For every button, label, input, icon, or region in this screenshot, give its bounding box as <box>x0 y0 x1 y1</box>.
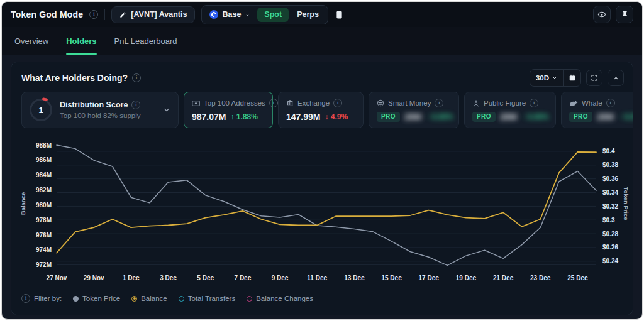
market-selector-group: Base Spot Perps <box>201 5 328 24</box>
info-icon[interactable]: i <box>131 101 140 109</box>
range-selector-label: 30D <box>536 74 549 82</box>
token-selector[interactable]: [AVNT] Avantis <box>111 6 195 23</box>
fullscreen-icon <box>591 74 598 82</box>
card-value: 987.07M <box>192 112 226 122</box>
svg-text:984M: 984M <box>36 171 52 178</box>
info-icon[interactable]: i <box>435 99 443 107</box>
svg-text:$0.26: $0.26 <box>602 244 618 251</box>
masked-change: ↑ 8.88% <box>521 112 548 121</box>
svg-text:29 Nov: 29 Nov <box>84 275 104 281</box>
token-god-mode-app: Token God Mode i [AVNT] Avantis Base Spo… <box>1 1 643 320</box>
eye-button[interactable] <box>593 6 611 23</box>
info-icon[interactable]: i <box>333 99 342 107</box>
svg-text:1 Dec: 1 Dec <box>123 275 140 281</box>
svg-text:976M: 976M <box>36 232 52 239</box>
svg-text:3 Dec: 3 Dec <box>160 275 177 281</box>
section-tabs: Overview Holders PnL Leaderboard <box>2 27 642 55</box>
legend-label: Total Transfers <box>188 295 235 302</box>
card-smart-money[interactable]: Smart Money i PRO 28M ↑ 8.88% <box>369 92 459 128</box>
card-distribution-score[interactable]: 1 Distribution Score i Top 100 hold 82% … <box>21 92 179 128</box>
card-title: Exchange <box>297 99 330 107</box>
legend-balance[interactable]: Balance <box>131 295 167 302</box>
legend-balance-changes[interactable]: Balance Changes <box>247 295 313 302</box>
info-icon[interactable]: i <box>89 10 98 19</box>
chevron-up-icon <box>613 75 619 82</box>
card-whale[interactable]: Whale i PRO 28M ↑ 8.8% <box>561 92 633 128</box>
card-change: ↓ 4.9% <box>325 112 348 121</box>
svg-text:9 Dec: 9 Dec <box>272 275 289 281</box>
card-top-100-addresses[interactable]: Top 100 Addresses i 987.07M ↑ 1.88% <box>184 92 273 128</box>
chevron-down-icon <box>552 75 557 80</box>
legend-token-price[interactable]: Token Price <box>73 295 120 302</box>
range-selector[interactable]: 30D <box>530 70 563 86</box>
legend-label: Balance <box>141 295 167 302</box>
fullscreen-button[interactable] <box>586 70 602 86</box>
svg-text:$0.34: $0.34 <box>602 189 618 196</box>
pin-button[interactable] <box>616 6 633 23</box>
svg-text:$0.32: $0.32 <box>602 203 618 210</box>
card-title: Public Figure <box>484 99 526 107</box>
chain-selector[interactable]: Base <box>204 8 256 22</box>
legend-label: Balance Changes <box>256 295 313 302</box>
svg-text:$0.3: $0.3 <box>602 217 615 224</box>
card-change: ↑ 1.88% <box>230 112 257 121</box>
page-title: Token God Mode <box>11 9 83 19</box>
card-value: 147.99M <box>286 112 320 122</box>
device-icon[interactable] <box>336 10 343 19</box>
tab-holders[interactable]: Holders <box>66 27 96 55</box>
svg-text:$0.28: $0.28 <box>602 231 618 237</box>
info-icon[interactable]: i <box>21 294 30 303</box>
card-exchange[interactable]: Exchange i 147.99M ↓ 4.9% <box>278 92 364 128</box>
token-price-dot <box>73 296 79 302</box>
tab-pnl-leaderboard[interactable]: PnL Leaderboard <box>114 27 177 55</box>
info-icon[interactable]: i <box>606 99 615 107</box>
card-title: Top 100 Addresses <box>204 99 265 107</box>
chevron-down-icon[interactable] <box>163 106 170 114</box>
card-public-figure[interactable]: Public Figure i PRO 28M ↑ 8.88% <box>464 92 556 128</box>
svg-text:11 Dec: 11 Dec <box>307 275 327 281</box>
filter-by-label: Filter by: <box>34 295 62 302</box>
banknote-icon <box>192 100 200 107</box>
topbar: Token God Mode i [AVNT] Avantis Base Spo… <box>2 2 642 27</box>
pencil-icon <box>119 11 126 18</box>
date-range-group: 30D <box>530 69 581 87</box>
calendar-button[interactable] <box>563 70 580 86</box>
holders-activity-chart[interactable]: 988M986M984M982M980M978M976M974M972M$0.4… <box>16 133 633 288</box>
tab-overview[interactable]: Overview <box>14 27 48 55</box>
svg-text:21 Dec: 21 Dec <box>493 275 514 281</box>
masked-value: 28M <box>597 112 614 122</box>
card-title: Whale <box>582 99 602 107</box>
svg-text:982M: 982M <box>36 187 52 193</box>
svg-text:7 Dec: 7 Dec <box>235 275 252 281</box>
svg-text:27 Nov: 27 Nov <box>47 275 67 281</box>
total-transfers-dot <box>179 296 184 302</box>
chart-filter-bar: i Filter by: Token Price Balance Total T… <box>11 290 633 303</box>
eye-icon <box>597 10 606 19</box>
panel-title: What Are Holders Doing? <box>21 73 128 83</box>
base-chain-icon <box>209 10 218 19</box>
public-figure-icon <box>472 99 480 107</box>
divider <box>104 9 105 20</box>
info-icon[interactable]: i <box>269 99 278 107</box>
svg-text:15 Dec: 15 Dec <box>381 275 402 281</box>
screenshot-frame: Token God Mode i [AVNT] Avantis Base Spo… <box>0 0 644 321</box>
svg-text:$0.4: $0.4 <box>602 148 615 155</box>
svg-text:17 Dec: 17 Dec <box>419 275 440 281</box>
collapse-button[interactable] <box>608 70 624 86</box>
score-value: 1 <box>38 106 43 115</box>
legend-total-transfers[interactable]: Total Transfers <box>179 295 235 302</box>
svg-text:988M: 988M <box>36 142 52 149</box>
svg-text:23 Dec: 23 Dec <box>530 275 551 281</box>
card-title: Smart Money <box>388 99 431 107</box>
tab-spot[interactable]: Spot <box>257 8 289 22</box>
svg-text:Token Price: Token Price <box>623 187 630 220</box>
tab-perps[interactable]: Perps <box>290 8 326 22</box>
svg-text:19 Dec: 19 Dec <box>456 275 477 281</box>
svg-text:978M: 978M <box>36 217 52 224</box>
chart-container: 988M986M984M982M980M978M976M974M972M$0.4… <box>16 133 629 290</box>
info-icon[interactable]: i <box>132 73 141 82</box>
card-title: Distribution Score <box>60 101 128 109</box>
pro-badge: PRO <box>377 112 400 122</box>
calendar-icon <box>569 74 576 82</box>
info-icon[interactable]: i <box>530 99 538 107</box>
